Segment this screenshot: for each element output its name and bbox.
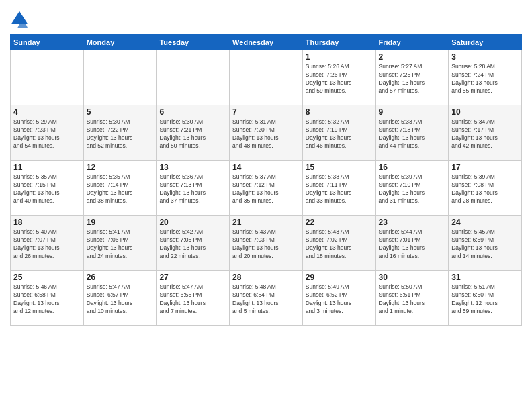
day-number: 31 [451, 273, 519, 282]
day-number: 7 [232, 107, 300, 117]
day-info: Sunrise: 5:48 AM Sunset: 6:54 PM Dayligh… [232, 283, 300, 316]
day-number: 6 [159, 107, 226, 117]
calendar-cell: 8Sunrise: 5:32 AM Sunset: 7:19 PM Daylig… [302, 105, 375, 161]
weekday-header-wednesday: Wednesday [230, 35, 303, 50]
day-number: 4 [13, 107, 81, 117]
day-info: Sunrise: 5:43 AM Sunset: 7:02 PM Dayligh… [306, 228, 373, 261]
week-row-3: 11Sunrise: 5:35 AM Sunset: 7:15 PM Dayli… [11, 161, 522, 216]
weekday-header-thursday: Thursday [302, 35, 375, 50]
day-info: Sunrise: 5:34 AM Sunset: 7:17 PM Dayligh… [451, 118, 519, 150]
day-number: 30 [379, 273, 446, 282]
day-number: 5 [87, 107, 154, 117]
day-number: 9 [379, 107, 446, 117]
day-info: Sunrise: 5:40 AM Sunset: 7:07 PM Dayligh… [13, 228, 81, 261]
day-number: 17 [451, 163, 519, 172]
day-number: 20 [159, 218, 226, 227]
day-info: Sunrise: 5:47 AM Sunset: 6:57 PM Dayligh… [87, 283, 154, 316]
day-number: 23 [379, 218, 446, 227]
day-info: Sunrise: 5:37 AM Sunset: 7:12 PM Dayligh… [232, 173, 300, 205]
calendar-cell [11, 50, 84, 105]
day-info: Sunrise: 5:29 AM Sunset: 7:23 PM Dayligh… [13, 118, 81, 150]
calendar-cell: 23Sunrise: 5:44 AM Sunset: 7:01 PM Dayli… [375, 216, 449, 271]
week-row-5: 25Sunrise: 5:46 AM Sunset: 6:58 PM Dayli… [11, 271, 522, 326]
calendar-cell: 30Sunrise: 5:50 AM Sunset: 6:51 PM Dayli… [375, 271, 449, 326]
day-number: 29 [306, 273, 373, 282]
day-info: Sunrise: 5:36 AM Sunset: 7:13 PM Dayligh… [159, 173, 226, 205]
calendar-cell: 9Sunrise: 5:33 AM Sunset: 7:18 PM Daylig… [375, 105, 449, 161]
weekday-header-monday: Monday [83, 35, 157, 50]
calendar-cell: 10Sunrise: 5:34 AM Sunset: 7:17 PM Dayli… [449, 105, 522, 161]
calendar-cell [157, 50, 230, 105]
day-number: 8 [306, 107, 373, 117]
weekday-header-sunday: Sunday [11, 35, 84, 50]
day-info: Sunrise: 5:27 AM Sunset: 7:25 PM Dayligh… [379, 63, 446, 95]
day-number: 1 [306, 52, 373, 62]
day-info: Sunrise: 5:26 AM Sunset: 7:26 PM Dayligh… [306, 63, 373, 95]
day-number: 14 [232, 163, 300, 172]
day-info: Sunrise: 5:39 AM Sunset: 7:08 PM Dayligh… [451, 173, 519, 205]
week-row-2: 4Sunrise: 5:29 AM Sunset: 7:23 PM Daylig… [11, 105, 522, 161]
week-row-4: 18Sunrise: 5:40 AM Sunset: 7:07 PM Dayli… [11, 216, 522, 271]
day-number: 26 [87, 273, 154, 282]
calendar-cell: 27Sunrise: 5:47 AM Sunset: 6:55 PM Dayli… [157, 271, 230, 326]
weekday-header-friday: Friday [375, 35, 449, 50]
calendar-cell: 13Sunrise: 5:36 AM Sunset: 7:13 PM Dayli… [157, 161, 230, 216]
calendar-cell: 20Sunrise: 5:42 AM Sunset: 7:05 PM Dayli… [157, 216, 230, 271]
calendar-cell: 31Sunrise: 5:51 AM Sunset: 6:50 PM Dayli… [449, 271, 522, 326]
day-info: Sunrise: 5:41 AM Sunset: 7:06 PM Dayligh… [87, 228, 154, 261]
day-number: 11 [13, 163, 81, 172]
day-number: 18 [13, 218, 81, 227]
calendar-cell: 21Sunrise: 5:43 AM Sunset: 7:03 PM Dayli… [230, 216, 303, 271]
day-number: 27 [159, 273, 226, 282]
day-info: Sunrise: 5:32 AM Sunset: 7:19 PM Dayligh… [306, 118, 373, 150]
day-number: 13 [159, 163, 226, 172]
calendar-cell: 11Sunrise: 5:35 AM Sunset: 7:15 PM Dayli… [11, 161, 84, 216]
day-number: 24 [451, 218, 519, 227]
weekday-header-saturday: Saturday [449, 35, 522, 50]
logo-icon [10, 10, 29, 29]
weekday-header-tuesday: Tuesday [157, 35, 230, 50]
day-info: Sunrise: 5:35 AM Sunset: 7:15 PM Dayligh… [13, 173, 81, 205]
calendar-cell: 15Sunrise: 5:38 AM Sunset: 7:11 PM Dayli… [302, 161, 375, 216]
day-number: 19 [87, 218, 154, 227]
calendar-cell: 29Sunrise: 5:49 AM Sunset: 6:52 PM Dayli… [302, 271, 375, 326]
calendar-cell: 19Sunrise: 5:41 AM Sunset: 7:06 PM Dayli… [83, 216, 157, 271]
day-info: Sunrise: 5:35 AM Sunset: 7:14 PM Dayligh… [87, 173, 154, 205]
day-info: Sunrise: 5:50 AM Sunset: 6:51 PM Dayligh… [379, 283, 446, 316]
day-info: Sunrise: 5:30 AM Sunset: 7:22 PM Dayligh… [87, 118, 154, 150]
day-number: 3 [451, 52, 519, 62]
calendar-cell: 17Sunrise: 5:39 AM Sunset: 7:08 PM Dayli… [449, 161, 522, 216]
day-number: 12 [87, 163, 154, 172]
day-info: Sunrise: 5:30 AM Sunset: 7:21 PM Dayligh… [159, 118, 226, 150]
calendar-cell: 25Sunrise: 5:46 AM Sunset: 6:58 PM Dayli… [11, 271, 84, 326]
day-number: 2 [379, 52, 446, 62]
day-number: 10 [451, 107, 519, 117]
logo [10, 10, 32, 29]
calendar-cell: 7Sunrise: 5:31 AM Sunset: 7:20 PM Daylig… [230, 105, 303, 161]
day-number: 16 [379, 163, 446, 172]
day-info: Sunrise: 5:28 AM Sunset: 7:24 PM Dayligh… [451, 63, 519, 95]
calendar-cell [230, 50, 303, 105]
day-info: Sunrise: 5:44 AM Sunset: 7:01 PM Dayligh… [379, 228, 446, 261]
weekday-header-row: SundayMondayTuesdayWednesdayThursdayFrid… [11, 35, 522, 50]
calendar-cell: 22Sunrise: 5:43 AM Sunset: 7:02 PM Dayli… [302, 216, 375, 271]
day-info: Sunrise: 5:43 AM Sunset: 7:03 PM Dayligh… [232, 228, 300, 261]
calendar-cell: 6Sunrise: 5:30 AM Sunset: 7:21 PM Daylig… [157, 105, 230, 161]
calendar-cell: 24Sunrise: 5:45 AM Sunset: 6:59 PM Dayli… [449, 216, 522, 271]
calendar-cell: 16Sunrise: 5:39 AM Sunset: 7:10 PM Dayli… [375, 161, 449, 216]
day-info: Sunrise: 5:38 AM Sunset: 7:11 PM Dayligh… [306, 173, 373, 205]
calendar-cell: 4Sunrise: 5:29 AM Sunset: 7:23 PM Daylig… [11, 105, 84, 161]
calendar-cell [83, 50, 157, 105]
day-info: Sunrise: 5:51 AM Sunset: 6:50 PM Dayligh… [451, 283, 519, 316]
calendar-cell: 12Sunrise: 5:35 AM Sunset: 7:14 PM Dayli… [83, 161, 157, 216]
calendar-cell: 5Sunrise: 5:30 AM Sunset: 7:22 PM Daylig… [83, 105, 157, 161]
header [10, 10, 522, 29]
calendar-cell: 26Sunrise: 5:47 AM Sunset: 6:57 PM Dayli… [83, 271, 157, 326]
day-info: Sunrise: 5:47 AM Sunset: 6:55 PM Dayligh… [159, 283, 226, 316]
calendar-cell: 3Sunrise: 5:28 AM Sunset: 7:24 PM Daylig… [449, 50, 522, 105]
day-number: 22 [306, 218, 373, 227]
day-number: 28 [232, 273, 300, 282]
day-info: Sunrise: 5:46 AM Sunset: 6:58 PM Dayligh… [13, 283, 81, 316]
page: SundayMondayTuesdayWednesdayThursdayFrid… [0, 0, 532, 411]
calendar-table: SundayMondayTuesdayWednesdayThursdayFrid… [10, 34, 522, 326]
